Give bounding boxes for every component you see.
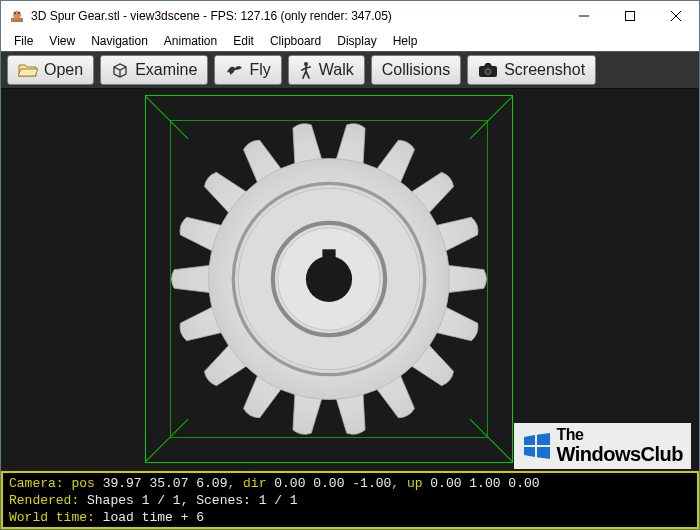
menu-view[interactable]: View: [42, 32, 82, 50]
watermark-line1: The: [556, 426, 583, 443]
close-button[interactable]: [653, 1, 699, 31]
menu-help[interactable]: Help: [386, 32, 425, 50]
rendered-value: Shapes 1 / 1, Scenes: 1 / 1: [79, 493, 297, 508]
svg-point-3: [18, 12, 20, 14]
fly-label: Fly: [249, 61, 270, 79]
svg-rect-18: [322, 249, 335, 262]
svg-point-17: [306, 256, 352, 302]
viewport[interactable]: The WindowsClub: [1, 89, 699, 471]
svg-rect-5: [626, 12, 635, 21]
watermark-line2: WindowsClub: [556, 443, 683, 465]
toolbar: Open Examine Fly Walk Collisions Screens…: [1, 51, 699, 89]
menu-edit[interactable]: Edit: [226, 32, 261, 50]
walk-button[interactable]: Walk: [288, 55, 365, 85]
worldtime-label: World time:: [9, 510, 95, 525]
menu-animation[interactable]: Animation: [157, 32, 224, 50]
cube-icon: [111, 61, 129, 79]
gear-model: [164, 114, 494, 444]
windows-icon: [522, 431, 552, 461]
window-title: 3D Spur Gear.stl - view3dscene - FPS: 12…: [31, 9, 561, 23]
svg-point-1: [13, 11, 21, 19]
camera-icon: [478, 62, 498, 78]
worldtime-value: load time + 6: [95, 510, 204, 525]
menubar: File View Navigation Animation Edit Clip…: [1, 31, 699, 51]
svg-point-2: [14, 12, 16, 14]
open-label: Open: [44, 61, 83, 79]
open-button[interactable]: Open: [7, 55, 94, 85]
maximize-button[interactable]: [607, 1, 653, 31]
watermark: The WindowsClub: [514, 423, 691, 469]
screenshot-button[interactable]: Screenshot: [467, 55, 596, 85]
examine-label: Examine: [135, 61, 197, 79]
camera-label: Camera:: [9, 476, 64, 491]
bird-icon: [225, 62, 243, 78]
rendered-label: Rendered:: [9, 493, 79, 508]
collisions-button[interactable]: Collisions: [371, 55, 461, 85]
app-icon: [9, 8, 25, 24]
walk-icon: [299, 61, 313, 79]
menu-navigation[interactable]: Navigation: [84, 32, 155, 50]
walk-label: Walk: [319, 61, 354, 79]
open-icon: [18, 62, 38, 78]
menu-display[interactable]: Display: [330, 32, 383, 50]
fly-button[interactable]: Fly: [214, 55, 281, 85]
camera-dir: 0.00 0.00 -1.00: [274, 476, 391, 491]
collisions-label: Collisions: [382, 61, 450, 79]
examine-button[interactable]: Examine: [100, 55, 208, 85]
window-controls: [561, 1, 699, 31]
camera-up: 0.00 1.00 0.00: [430, 476, 539, 491]
svg-point-11: [487, 70, 490, 73]
titlebar: 3D Spur Gear.stl - view3dscene - FPS: 12…: [1, 1, 699, 31]
status-console: Camera: pos 39.97 35.07 6.09, dir 0.00 0…: [1, 471, 699, 529]
minimize-button[interactable]: [561, 1, 607, 31]
camera-pos: 39.97 35.07 6.09: [103, 476, 228, 491]
screenshot-label: Screenshot: [504, 61, 585, 79]
menu-clipboard[interactable]: Clipboard: [263, 32, 328, 50]
menu-file[interactable]: File: [7, 32, 40, 50]
